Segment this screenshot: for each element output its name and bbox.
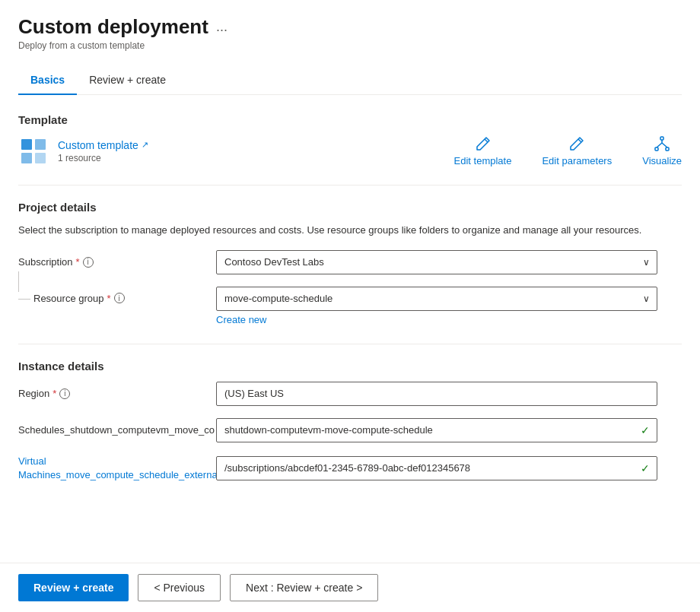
resource-group-info-icon[interactable]: i xyxy=(114,293,125,303)
subscription-required: * xyxy=(76,256,80,268)
resource-count: 1 resource xyxy=(58,153,148,163)
next-button[interactable]: Next : Review + create > xyxy=(230,574,378,601)
virtual-machines-checkmark-icon: ✓ xyxy=(641,462,650,474)
virtual-machines-label: Virtual Machines_move_compute_schedule_e… xyxy=(18,455,216,482)
region-required: * xyxy=(52,388,56,399)
subscription-dropdown[interactable]: Contoso DevTest Labs xyxy=(216,250,657,274)
instance-details-section: Instance details Region * i Schedules_sh… xyxy=(18,360,682,482)
template-actions: Edit template Edit parameters xyxy=(454,135,682,166)
resource-group-dropdown-wrapper: move-compute-schedule xyxy=(216,287,657,311)
tab-basics[interactable]: Basics xyxy=(18,66,77,95)
ellipsis-menu[interactable]: ... xyxy=(216,19,228,35)
subscription-label: Subscription * i xyxy=(18,256,216,268)
page-subtitle: Deploy from a custom template xyxy=(18,40,682,51)
create-new-link[interactable]: Create new xyxy=(216,314,266,325)
region-label: Region * i xyxy=(18,388,216,399)
region-input[interactable] xyxy=(216,382,657,406)
svg-rect-5 xyxy=(655,147,658,151)
svg-rect-6 xyxy=(666,147,669,151)
schedules-checkmark-icon: ✓ xyxy=(641,424,650,436)
edit-template-button[interactable]: Edit template xyxy=(454,135,512,166)
region-info-icon[interactable]: i xyxy=(59,388,70,399)
virtual-machines-row: Virtual Machines_move_compute_schedule_e… xyxy=(18,455,682,482)
template-icon xyxy=(18,136,49,166)
schedules-shutdown-dropdown[interactable]: shutdown-computevm-move-compute-schedule xyxy=(216,418,657,442)
footer-bar: Review + create < Previous Next : Review… xyxy=(0,563,700,612)
previous-button[interactable]: < Previous xyxy=(138,574,221,601)
tab-review-create[interactable]: Review + create xyxy=(77,66,178,95)
svg-rect-2 xyxy=(21,153,32,163)
virtual-machines-control: /subscriptions/abcdef01-2345-6789-0abc-d… xyxy=(216,456,657,480)
region-control xyxy=(216,382,657,406)
schedules-shutdown-dropdown-wrapper: shutdown-computevm-move-compute-schedule… xyxy=(216,418,657,442)
page-title: Custom deployment xyxy=(18,15,208,39)
subscription-control: Contoso DevTest Labs xyxy=(216,250,657,274)
resource-group-row: Resource group * i move-compute-schedule… xyxy=(18,287,682,325)
template-card: Custom template ↗ 1 resource Edit templa… xyxy=(18,135,682,166)
template-section-title: Template xyxy=(18,113,682,126)
schedules-shutdown-label: Schedules_shutdown_computevm_move_co xyxy=(18,424,216,436)
review-create-button[interactable]: Review + create xyxy=(18,574,129,601)
template-name-link[interactable]: Custom template ↗ xyxy=(58,139,148,151)
region-row: Region * i xyxy=(18,382,682,406)
project-details-desc: Select the subscription to manage deploy… xyxy=(18,223,682,238)
svg-rect-1 xyxy=(35,139,46,150)
project-details-section: Project details Select the subscription … xyxy=(18,201,682,325)
template-section: Template Custom template ↗ xyxy=(18,113,682,166)
schedules-shutdown-row: Schedules_shutdown_computevm_move_co shu… xyxy=(18,418,682,442)
svg-rect-3 xyxy=(35,153,46,163)
edit-parameters-button[interactable]: Edit parameters xyxy=(542,135,612,166)
subscription-info-icon[interactable]: i xyxy=(83,257,94,268)
tab-bar: Basics Review + create xyxy=(18,66,682,95)
svg-rect-4 xyxy=(660,137,663,140)
svg-rect-0 xyxy=(21,139,32,150)
instance-details-title: Instance details xyxy=(18,360,682,373)
resource-group-label: Resource group xyxy=(33,293,104,304)
resource-group-indent-container: Resource group * i xyxy=(18,293,216,304)
resource-group-control: move-compute-schedule Create new xyxy=(216,287,657,325)
subscription-row: Subscription * i Contoso DevTest Labs xyxy=(18,250,682,274)
template-info: Custom template ↗ 1 resource xyxy=(58,139,148,163)
project-details-title: Project details xyxy=(18,201,682,214)
page-header: Custom deployment ... Deploy from a cust… xyxy=(18,15,682,51)
resource-group-required: * xyxy=(107,293,111,304)
visualize-button[interactable]: Visualize xyxy=(642,135,682,166)
resource-group-dropdown[interactable]: move-compute-schedule xyxy=(216,287,657,311)
subscription-dropdown-wrapper: Contoso DevTest Labs xyxy=(216,250,657,274)
virtual-machines-dropdown-wrapper: /subscriptions/abcdef01-2345-6789-0abc-d… xyxy=(216,456,657,480)
schedules-shutdown-control: shutdown-computevm-move-compute-schedule… xyxy=(216,418,657,442)
virtual-machines-dropdown[interactable]: /subscriptions/abcdef01-2345-6789-0abc-d… xyxy=(216,456,657,480)
external-link-icon: ↗ xyxy=(142,140,148,150)
